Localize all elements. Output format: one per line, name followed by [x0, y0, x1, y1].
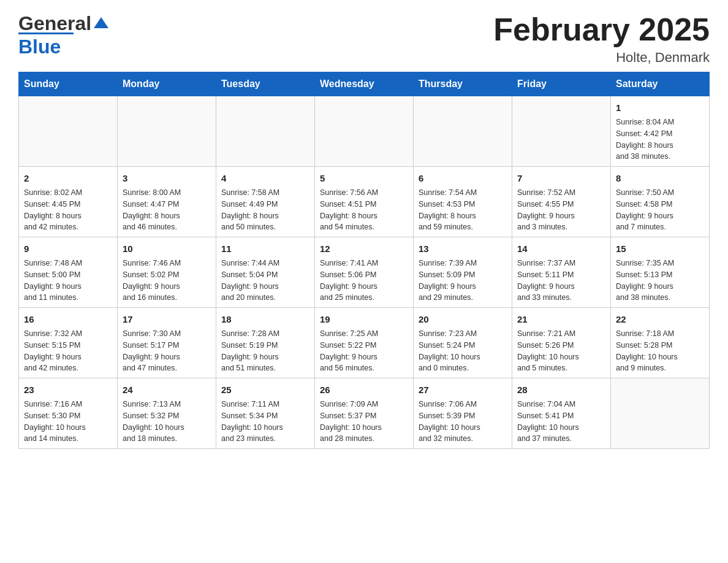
calendar-day-cell: 3Sunrise: 8:00 AM Sunset: 4:47 PM Daylig… [118, 167, 216, 237]
day-number: 21 [517, 313, 605, 326]
logo: General Blue [18, 12, 110, 58]
day-info: Sunrise: 7:23 AM Sunset: 5:24 PM Dayligh… [419, 328, 507, 374]
day-info: Sunrise: 7:44 AM Sunset: 5:04 PM Dayligh… [221, 258, 309, 304]
day-number: 10 [123, 242, 211, 255]
calendar-day-cell: 11Sunrise: 7:44 AM Sunset: 5:04 PM Dayli… [216, 237, 315, 308]
logo-general: General [18, 12, 91, 35]
day-number: 27 [419, 383, 507, 396]
calendar-day-header: Wednesday [315, 72, 414, 96]
day-number: 9 [24, 242, 112, 255]
title-section: February 2025 Holte, Denmark [493, 12, 710, 66]
calendar-day-cell [315, 96, 414, 167]
calendar-day-cell: 17Sunrise: 7:30 AM Sunset: 5:17 PM Dayli… [118, 308, 216, 378]
calendar-day-cell: 21Sunrise: 7:21 AM Sunset: 5:26 PM Dayli… [512, 308, 611, 378]
calendar-week-row: 16Sunrise: 7:32 AM Sunset: 5:15 PM Dayli… [19, 308, 710, 378]
calendar-day-cell: 4Sunrise: 7:58 AM Sunset: 4:49 PM Daylig… [216, 167, 315, 237]
day-info: Sunrise: 8:00 AM Sunset: 4:47 PM Dayligh… [123, 187, 211, 233]
day-info: Sunrise: 7:41 AM Sunset: 5:06 PM Dayligh… [320, 258, 408, 304]
day-number: 17 [123, 313, 211, 326]
day-info: Sunrise: 7:54 AM Sunset: 4:53 PM Dayligh… [419, 187, 507, 233]
calendar-day-cell: 27Sunrise: 7:06 AM Sunset: 5:39 PM Dayli… [414, 378, 512, 449]
day-number: 7 [517, 172, 605, 185]
day-info: Sunrise: 7:58 AM Sunset: 4:49 PM Dayligh… [221, 187, 309, 233]
calendar-week-row: 9Sunrise: 7:48 AM Sunset: 5:00 PM Daylig… [19, 237, 710, 308]
day-info: Sunrise: 7:35 AM Sunset: 5:13 PM Dayligh… [616, 258, 704, 304]
logo-triangle-icon [93, 15, 110, 32]
calendar-day-cell: 22Sunrise: 7:18 AM Sunset: 5:28 PM Dayli… [611, 308, 710, 378]
day-info: Sunrise: 7:11 AM Sunset: 5:34 PM Dayligh… [221, 399, 309, 445]
calendar-week-row: 23Sunrise: 7:16 AM Sunset: 5:30 PM Dayli… [19, 378, 710, 449]
calendar-day-cell: 20Sunrise: 7:23 AM Sunset: 5:24 PM Dayli… [414, 308, 512, 378]
calendar-day-cell [512, 96, 611, 167]
day-number: 4 [221, 172, 309, 185]
calendar-table: SundayMondayTuesdayWednesdayThursdayFrid… [18, 72, 710, 449]
day-info: Sunrise: 7:30 AM Sunset: 5:17 PM Dayligh… [123, 328, 211, 374]
svg-marker-0 [94, 17, 108, 28]
day-info: Sunrise: 7:46 AM Sunset: 5:02 PM Dayligh… [123, 258, 211, 304]
calendar-day-cell: 18Sunrise: 7:28 AM Sunset: 5:19 PM Dayli… [216, 308, 315, 378]
calendar-day-cell: 19Sunrise: 7:25 AM Sunset: 5:22 PM Dayli… [315, 308, 414, 378]
calendar-header-row: SundayMondayTuesdayWednesdayThursdayFrid… [19, 72, 710, 96]
calendar-day-cell: 5Sunrise: 7:56 AM Sunset: 4:51 PM Daylig… [315, 167, 414, 237]
day-number: 16 [24, 313, 112, 326]
day-info: Sunrise: 7:25 AM Sunset: 5:22 PM Dayligh… [320, 328, 408, 374]
location: Holte, Denmark [493, 50, 710, 66]
calendar-day-cell: 13Sunrise: 7:39 AM Sunset: 5:09 PM Dayli… [414, 237, 512, 308]
day-number: 24 [123, 383, 211, 396]
day-info: Sunrise: 7:37 AM Sunset: 5:11 PM Dayligh… [517, 258, 605, 304]
calendar-day-cell: 26Sunrise: 7:09 AM Sunset: 5:37 PM Dayli… [315, 378, 414, 449]
day-number: 6 [419, 172, 507, 185]
calendar-day-cell: 28Sunrise: 7:04 AM Sunset: 5:41 PM Dayli… [512, 378, 611, 449]
day-number: 1 [616, 101, 704, 114]
calendar-day-header: Thursday [414, 72, 512, 96]
day-info: Sunrise: 7:56 AM Sunset: 4:51 PM Dayligh… [320, 187, 408, 233]
day-number: 18 [221, 313, 309, 326]
calendar-day-cell: 14Sunrise: 7:37 AM Sunset: 5:11 PM Dayli… [512, 237, 611, 308]
day-number: 2 [24, 172, 112, 185]
calendar-day-cell: 8Sunrise: 7:50 AM Sunset: 4:58 PM Daylig… [611, 167, 710, 237]
calendar-week-row: 2Sunrise: 8:02 AM Sunset: 4:45 PM Daylig… [19, 167, 710, 237]
day-number: 23 [24, 383, 112, 396]
calendar-day-header: Monday [118, 72, 216, 96]
calendar-week-row: 1Sunrise: 8:04 AM Sunset: 4:42 PM Daylig… [19, 96, 710, 167]
calendar-day-cell [611, 378, 710, 449]
logo-underline [18, 33, 74, 34]
calendar-day-cell [216, 96, 315, 167]
day-number: 12 [320, 242, 408, 255]
day-info: Sunrise: 7:16 AM Sunset: 5:30 PM Dayligh… [24, 399, 112, 445]
calendar-day-cell: 7Sunrise: 7:52 AM Sunset: 4:55 PM Daylig… [512, 167, 611, 237]
logo-blue: Blue [18, 36, 61, 58]
day-number: 14 [517, 242, 605, 255]
calendar-day-cell: 9Sunrise: 7:48 AM Sunset: 5:00 PM Daylig… [19, 237, 118, 308]
day-info: Sunrise: 8:02 AM Sunset: 4:45 PM Dayligh… [24, 187, 112, 233]
day-info: Sunrise: 7:50 AM Sunset: 4:58 PM Dayligh… [616, 187, 704, 233]
day-number: 20 [419, 313, 507, 326]
calendar-day-cell: 25Sunrise: 7:11 AM Sunset: 5:34 PM Dayli… [216, 378, 315, 449]
day-number: 8 [616, 172, 704, 185]
day-number: 3 [123, 172, 211, 185]
calendar-day-cell: 15Sunrise: 7:35 AM Sunset: 5:13 PM Dayli… [611, 237, 710, 308]
calendar-day-cell: 6Sunrise: 7:54 AM Sunset: 4:53 PM Daylig… [414, 167, 512, 237]
day-info: Sunrise: 7:52 AM Sunset: 4:55 PM Dayligh… [517, 187, 605, 233]
calendar-day-header: Sunday [19, 72, 118, 96]
day-info: Sunrise: 7:21 AM Sunset: 5:26 PM Dayligh… [517, 328, 605, 374]
day-number: 22 [616, 313, 704, 326]
calendar-day-cell [414, 96, 512, 167]
calendar-day-header: Tuesday [216, 72, 315, 96]
day-number: 13 [419, 242, 507, 255]
calendar-day-cell: 23Sunrise: 7:16 AM Sunset: 5:30 PM Dayli… [19, 378, 118, 449]
page-header: General Blue February 2025 Holte, Denmar… [18, 12, 710, 66]
day-number: 25 [221, 383, 309, 396]
day-number: 11 [221, 242, 309, 255]
day-info: Sunrise: 7:39 AM Sunset: 5:09 PM Dayligh… [419, 258, 507, 304]
day-number: 5 [320, 172, 408, 185]
day-number: 19 [320, 313, 408, 326]
day-info: Sunrise: 7:13 AM Sunset: 5:32 PM Dayligh… [123, 399, 211, 445]
calendar-day-header: Saturday [611, 72, 710, 96]
day-info: Sunrise: 7:18 AM Sunset: 5:28 PM Dayligh… [616, 328, 704, 374]
calendar-day-cell: 16Sunrise: 7:32 AM Sunset: 5:15 PM Dayli… [19, 308, 118, 378]
calendar-day-cell [19, 96, 118, 167]
day-number: 15 [616, 242, 704, 255]
day-number: 26 [320, 383, 408, 396]
day-info: Sunrise: 7:32 AM Sunset: 5:15 PM Dayligh… [24, 328, 112, 374]
